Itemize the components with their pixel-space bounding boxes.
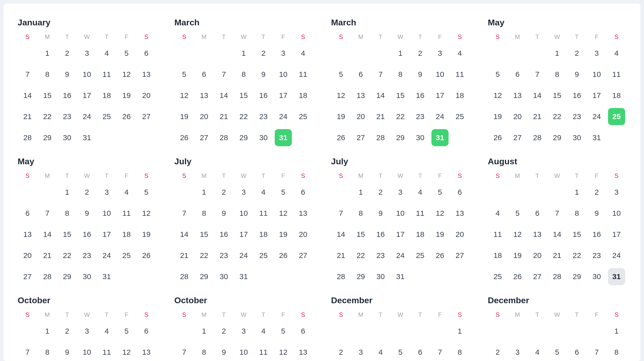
day-cell[interactable]: 24 <box>97 247 117 264</box>
day-cell[interactable]: 9 <box>371 204 390 222</box>
day-cell[interactable]: 6 <box>567 343 587 361</box>
day-cell[interactable]: 14 <box>37 226 57 243</box>
day-cell[interactable]: 11 <box>97 66 117 83</box>
day-cell[interactable]: 11 <box>410 204 430 222</box>
day-cell[interactable]: 16 <box>254 87 273 104</box>
day-cell[interactable]: 3 <box>234 183 254 201</box>
day-cell[interactable]: 12 <box>273 204 293 222</box>
day-cell[interactable]: 9 <box>214 204 234 222</box>
day-cell[interactable]: 20 <box>508 108 528 125</box>
day-cell[interactable]: 19 <box>430 226 450 243</box>
day-cell[interactable]: 13 <box>136 66 156 83</box>
day-cell[interactable]: 13 <box>527 226 547 243</box>
day-cell[interactable]: 11 <box>97 343 117 361</box>
day-cell[interactable]: 30 <box>410 129 430 146</box>
day-cell[interactable]: 2 <box>77 183 97 201</box>
day-cell[interactable]: 7 <box>430 343 450 361</box>
day-cell[interactable]: 23 <box>567 108 587 125</box>
day-cell[interactable]: 15 <box>567 226 587 243</box>
day-cell[interactable]: 20 <box>351 108 371 125</box>
day-cell[interactable]: 27 <box>136 108 156 125</box>
day-cell[interactable]: 23 <box>410 108 430 125</box>
day-cell[interactable]: 19 <box>331 108 351 125</box>
day-cell[interactable]: 3 <box>390 183 410 201</box>
day-cell[interactable]: 6 <box>293 183 313 201</box>
day-cell[interactable]: 24 <box>390 247 410 264</box>
day-cell[interactable]: 29 <box>390 129 410 146</box>
day-cell[interactable]: 21 <box>331 247 351 264</box>
day-cell[interactable]: 11 <box>488 226 508 243</box>
day-cell[interactable]: 2 <box>214 322 234 340</box>
day-cell[interactable]: 8 <box>450 343 470 361</box>
day-cell[interactable]: 30 <box>254 129 273 146</box>
day-cell[interactable]: 17 <box>390 226 410 243</box>
day-cell[interactable]: 8 <box>234 66 254 83</box>
day-cell[interactable]: 8 <box>390 66 410 83</box>
day-cell[interactable]: 4 <box>293 44 313 62</box>
day-cell[interactable]: 2 <box>488 343 508 361</box>
day-cell[interactable]: 4 <box>254 183 273 201</box>
day-cell[interactable]: 28 <box>214 129 234 146</box>
day-cell[interactable]: 10 <box>77 66 97 83</box>
day-cell[interactable]: 12 <box>273 343 293 361</box>
day-cell[interactable]: 30 <box>57 129 77 146</box>
day-cell[interactable]: 15 <box>547 87 567 104</box>
day-cell[interactable]: 29 <box>547 129 567 146</box>
day-cell[interactable]: 3 <box>351 343 371 361</box>
day-cell[interactable]: 17 <box>273 87 293 104</box>
day-cell[interactable]: 7 <box>214 66 234 83</box>
day-cell[interactable]: 11 <box>254 204 273 222</box>
day-cell[interactable]: 6 <box>136 322 156 340</box>
day-cell[interactable]: 11 <box>293 66 313 83</box>
day-cell[interactable]: 28 <box>18 129 37 146</box>
day-cell[interactable]: 13 <box>450 204 470 222</box>
day-cell[interactable]: 14 <box>527 87 547 104</box>
day-cell[interactable]: 3 <box>607 183 626 201</box>
day-cell[interactable]: 9 <box>57 343 77 361</box>
day-cell[interactable]: 31 <box>390 268 410 285</box>
day-cell[interactable]: 7 <box>547 204 567 222</box>
day-cell[interactable]: 22 <box>194 247 214 264</box>
day-cell[interactable]: 19 <box>136 226 156 243</box>
day-cell[interactable]: 10 <box>587 66 607 83</box>
day-cell[interactable]: 31 <box>607 268 626 285</box>
day-cell[interactable]: 28 <box>174 268 194 285</box>
day-cell[interactable]: 5 <box>273 183 293 201</box>
day-cell[interactable]: 9 <box>587 204 607 222</box>
day-cell[interactable]: 8 <box>57 204 77 222</box>
day-cell[interactable]: 12 <box>117 343 137 361</box>
day-cell[interactable]: 1 <box>57 183 77 201</box>
day-cell[interactable]: 14 <box>331 226 351 243</box>
day-cell[interactable]: 23 <box>57 108 77 125</box>
day-cell[interactable]: 30 <box>371 268 390 285</box>
day-cell[interactable]: 17 <box>234 226 254 243</box>
day-cell[interactable]: 20 <box>527 247 547 264</box>
day-cell[interactable]: 7 <box>18 343 37 361</box>
day-cell[interactable]: 13 <box>18 226 37 243</box>
day-cell[interactable]: 16 <box>410 87 430 104</box>
day-cell[interactable]: 5 <box>390 343 410 361</box>
day-cell[interactable]: 12 <box>488 87 508 104</box>
day-cell[interactable]: 31 <box>587 129 607 146</box>
day-cell[interactable]: 2 <box>587 183 607 201</box>
day-cell[interactable]: 29 <box>351 268 371 285</box>
day-cell[interactable]: 2 <box>331 343 351 361</box>
day-cell[interactable]: 18 <box>488 247 508 264</box>
day-cell[interactable]: 22 <box>37 108 57 125</box>
day-cell[interactable]: 5 <box>174 66 194 83</box>
day-cell[interactable]: 18 <box>410 226 430 243</box>
day-cell[interactable]: 31 <box>273 129 293 146</box>
day-cell[interactable]: 16 <box>57 87 77 104</box>
day-cell[interactable]: 26 <box>117 108 137 125</box>
day-cell[interactable]: 9 <box>410 66 430 83</box>
day-cell[interactable]: 24 <box>234 247 254 264</box>
day-cell[interactable]: 5 <box>508 204 528 222</box>
day-cell[interactable]: 25 <box>97 108 117 125</box>
day-cell[interactable]: 8 <box>194 343 214 361</box>
day-cell[interactable]: 19 <box>174 108 194 125</box>
day-cell[interactable]: 21 <box>547 247 567 264</box>
day-cell[interactable]: 13 <box>508 87 528 104</box>
day-cell[interactable]: 4 <box>410 183 430 201</box>
day-cell[interactable]: 6 <box>293 322 313 340</box>
day-cell[interactable]: 4 <box>371 343 390 361</box>
